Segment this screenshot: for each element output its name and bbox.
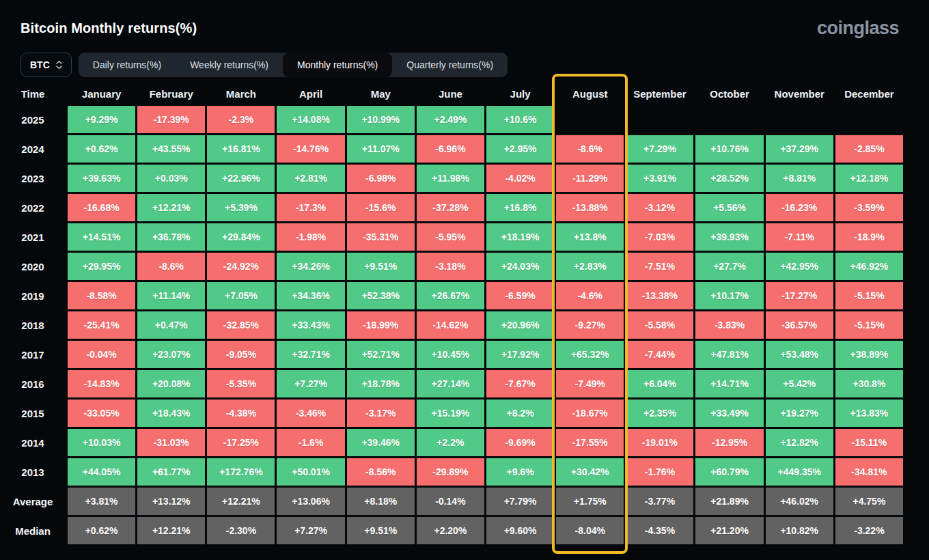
cell-2025-april: +14.08%: [277, 106, 344, 133]
cell-2023-august: -11.29%: [556, 165, 624, 192]
cell-average-august: +1.75%: [556, 488, 624, 515]
cell-2021-april: -1.98%: [277, 223, 344, 251]
row-label-2024: 2024: [0, 135, 66, 163]
cell-2021-february: +36.78%: [137, 223, 205, 251]
cell-2020-june: -3.18%: [417, 253, 484, 280]
cell-2019-august: -4.6%: [556, 282, 624, 309]
cell-2022-march: +5.39%: [207, 194, 275, 221]
row-label-2015: 2015: [0, 400, 66, 427]
cell-2018-january: -25.41%: [68, 311, 135, 339]
cell-2022-august: -13.88%: [556, 194, 624, 221]
symbol-select[interactable]: BTC: [20, 53, 72, 77]
cell-2019-november: -17.27%: [766, 282, 833, 309]
cell-2016-june: +27.14%: [417, 370, 484, 397]
cell-2014-june: +2.2%: [417, 429, 484, 456]
cell-2014-october: -12.95%: [695, 429, 763, 456]
cell-2016-july: -7.67%: [486, 370, 554, 397]
cell-2020-march: -24.92%: [207, 253, 275, 280]
cell-2018-july: +20.96%: [486, 311, 554, 339]
tab-monthly-returns[interactable]: Monthly returns(%): [283, 53, 392, 77]
cell-2013-march: +172.76%: [207, 458, 275, 486]
cell-2019-february: +11.14%: [137, 282, 205, 309]
cell-median-july: +9.60%: [486, 517, 554, 544]
cell-2025-march: -2.3%: [207, 106, 275, 133]
row-label-2018: 2018: [0, 311, 66, 339]
top-bar: Bitcoin Monthly returns(%) coinglass: [0, 18, 929, 38]
cell-2024-february: +43.55%: [137, 135, 205, 163]
cell-2014-january: +10.03%: [68, 429, 135, 456]
cell-2024-october: +10.76%: [695, 135, 763, 163]
cell-2025-november: [766, 106, 833, 133]
cell-2025-august: [556, 106, 624, 133]
cell-2013-april: +50.01%: [277, 458, 344, 486]
cell-2016-august: -7.49%: [556, 370, 624, 397]
cell-2023-april: +2.81%: [277, 165, 344, 192]
cell-2015-january: -33.05%: [68, 400, 135, 427]
cell-median-december: -3.22%: [835, 517, 903, 544]
cell-2015-september: +2.35%: [626, 400, 693, 427]
cell-2013-may: -8.56%: [347, 458, 415, 486]
cell-2025-october: [695, 106, 763, 133]
chevron-updown-icon: [56, 61, 62, 69]
cell-2020-september: -7.51%: [626, 253, 693, 280]
cell-2014-august: -17.55%: [556, 429, 624, 456]
row-label-2016: 2016: [0, 370, 66, 397]
cell-2024-april: -14.76%: [277, 135, 344, 163]
col-september: September: [626, 83, 693, 104]
cell-2013-july: +9.6%: [486, 458, 554, 486]
cell-2019-march: +7.05%: [207, 282, 275, 309]
cell-2017-march: -9.05%: [207, 341, 275, 368]
coinglass-logo[interactable]: coinglass: [817, 18, 899, 39]
cell-2018-february: +0.47%: [137, 311, 205, 339]
cell-2017-july: +17.92%: [486, 341, 554, 368]
cell-2017-august: +65.32%: [556, 341, 624, 368]
cell-2019-july: -6.59%: [486, 282, 554, 309]
tab-quarterly-returns[interactable]: Quarterly returns(%): [392, 53, 508, 77]
cell-2018-march: -32.85%: [207, 311, 275, 339]
cell-2018-december: -5.15%: [835, 311, 903, 339]
cell-median-january: +0.62%: [68, 517, 135, 544]
tab-weekly-returns[interactable]: Weekly returns(%): [176, 53, 283, 77]
cell-2014-july: -9.69%: [486, 429, 554, 456]
cell-2017-november: +53.48%: [766, 341, 833, 368]
cell-2013-october: +60.79%: [695, 458, 763, 486]
cell-2020-april: +34.26%: [277, 253, 344, 280]
cell-2016-april: +7.27%: [277, 370, 344, 397]
cell-2014-march: -17.25%: [207, 429, 275, 456]
cell-2024-november: +37.29%: [766, 135, 833, 163]
cell-2024-september: +7.29%: [626, 135, 693, 163]
cell-2019-january: -8.58%: [68, 282, 135, 309]
cell-average-october: +21.89%: [695, 488, 763, 515]
cell-2019-december: -5.15%: [835, 282, 903, 309]
cell-2021-december: -18.9%: [835, 223, 903, 251]
cell-median-june: +2.20%: [417, 517, 484, 544]
tab-daily-returns[interactable]: Daily returns(%): [79, 53, 176, 77]
cell-2022-september: -3.12%: [626, 194, 693, 221]
col-december: December: [835, 83, 903, 104]
cell-2023-september: +3.91%: [626, 165, 693, 192]
cell-2014-december: -15.11%: [835, 429, 903, 456]
cell-2020-may: +9.51%: [347, 253, 415, 280]
row-label-2023: 2023: [0, 165, 66, 192]
cell-2023-june: +11.98%: [417, 165, 484, 192]
row-label-average: Average: [0, 488, 66, 515]
cell-2016-december: +30.8%: [835, 370, 903, 397]
cell-2016-november: +5.42%: [766, 370, 833, 397]
cell-2022-january: -16.68%: [68, 194, 135, 221]
row-label-2021: 2021: [0, 223, 66, 251]
page-title: Bitcoin Monthly returns(%): [20, 20, 197, 36]
coinglass-returns-page: Bitcoin Monthly returns(%) coinglass BTC…: [0, 0, 929, 544]
cell-2019-october: +10.17%: [695, 282, 763, 309]
cell-2023-july: -4.02%: [486, 165, 554, 192]
cell-2025-december: [835, 106, 903, 133]
cell-2022-may: -15.6%: [347, 194, 415, 221]
cell-2020-october: +27.7%: [695, 253, 763, 280]
cell-2013-january: +44.05%: [68, 458, 135, 486]
returns-grid: TimeJanuaryFebruaryMarchAprilMayJuneJuly…: [0, 83, 903, 544]
cell-median-may: +9.51%: [347, 517, 415, 544]
col-august: August: [556, 83, 624, 104]
cell-median-february: +12.21%: [137, 517, 205, 544]
cell-2015-august: -18.67%: [556, 400, 624, 427]
cell-2025-february: -17.39%: [137, 106, 205, 133]
cell-2025-september: [626, 106, 693, 133]
